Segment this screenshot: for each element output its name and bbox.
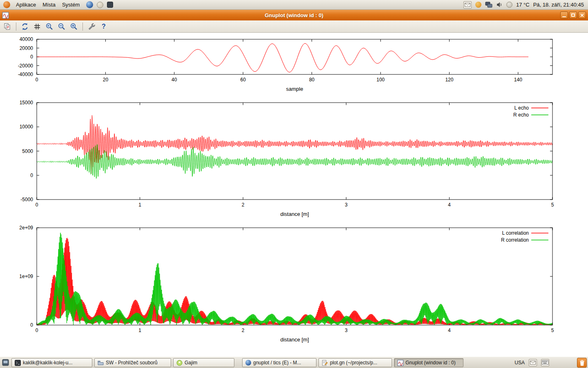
svg-text:1: 1	[138, 202, 141, 208]
window-controls	[560, 11, 586, 19]
svg-text:10000: 10000	[20, 124, 33, 130]
taskbar: kaklik@kaklik-kolej-u... SW - Prohlížeč …	[0, 357, 588, 368]
copy-icon	[3, 22, 11, 31]
svg-text:2: 2	[242, 328, 245, 333]
svg-text:0: 0	[30, 322, 33, 328]
copy-button[interactable]	[2, 22, 12, 31]
svg-text:-40000: -40000	[18, 72, 33, 77]
taskbar-tray: USA	[514, 357, 549, 368]
zoom-previous-icon	[45, 22, 53, 31]
taskbar-item-file-manager[interactable]: SW - Prohlížeč souborů	[94, 358, 171, 367]
waveform-plot[interactable]: 020406080100120140-40000-200000200004000…	[37, 39, 552, 74]
menu-applications[interactable]: Aplikace	[13, 0, 39, 9]
plot-area: 020406080100120140-40000-200000200004000…	[0, 33, 588, 357]
window-titlebar[interactable]: Gnuplot (window id : 0)	[0, 10, 588, 20]
svg-text:15000: 15000	[20, 100, 33, 105]
close-icon	[580, 13, 584, 18]
svg-text:-20000: -20000	[18, 63, 33, 69]
clock-label[interactable]: Pá, 18. září, 21:40:45	[533, 2, 584, 8]
svg-text:60: 60	[241, 77, 246, 83]
replot-button[interactable]	[20, 22, 30, 31]
ubuntu-menu-icon[interactable]	[3, 1, 10, 8]
window-list-icon[interactable]	[2, 359, 9, 366]
svg-text:5000: 5000	[22, 148, 33, 154]
menu-places[interactable]: Místa	[39, 0, 59, 9]
trash-applet[interactable]	[577, 358, 587, 368]
update-notifier-icon[interactable]	[475, 2, 481, 8]
volume-icon[interactable]	[496, 2, 503, 8]
svg-text:5: 5	[551, 328, 554, 333]
text-editor-icon	[322, 360, 328, 366]
weather-icon[interactable]	[506, 2, 512, 8]
taskbar-item-label: SW - Prohlížeč souborů	[106, 360, 158, 366]
temperature-label[interactable]: 17 °C	[516, 2, 530, 8]
task-button-list: kaklik@kaklik-kolej-u... SW - Prohlížeč …	[11, 358, 463, 367]
svg-text:4: 4	[448, 328, 451, 333]
taskbar-item-gajim[interactable]: Gajim	[173, 358, 234, 367]
taskbar-item-gnuplot[interactable]: Gnuplot (window id : 0)	[394, 358, 463, 367]
terminal-icon	[15, 360, 21, 366]
menu-system[interactable]: Systém	[59, 0, 83, 9]
svg-text:2: 2	[242, 202, 245, 208]
toolbar: ?	[0, 20, 588, 33]
help-icon: ?	[102, 23, 106, 30]
gnuplot-icon	[397, 360, 403, 366]
trash-icon	[579, 360, 585, 366]
keyboard-icon[interactable]	[541, 359, 549, 366]
correlation-plot[interactable]: 01234501e+092e+09L correlationR correlat…	[37, 228, 552, 325]
firefox-launcher-icon[interactable]	[86, 1, 93, 8]
grid-toggle-button[interactable]	[32, 22, 42, 31]
svg-text:distance [m]: distance [m]	[280, 337, 309, 343]
close-button[interactable]	[578, 11, 586, 19]
minimize-button[interactable]	[560, 11, 568, 19]
maximize-button[interactable]	[569, 11, 577, 19]
grid-icon	[33, 22, 41, 31]
svg-text:0: 0	[36, 328, 38, 333]
maximize-icon	[571, 13, 575, 17]
zoom-previous-button[interactable]	[45, 22, 54, 31]
keyboard-layout-indicator[interactable]: USA	[514, 360, 525, 366]
svg-text:distance [m]: distance [m]	[280, 211, 309, 217]
svg-text:5: 5	[551, 202, 554, 208]
taskbar-item-label: Gajim	[185, 360, 197, 366]
taskbar-item-terminal[interactable]: kaklik@kaklik-kolej-u...	[11, 358, 92, 367]
gajim-icon	[176, 360, 183, 366]
svg-text:L echo: L echo	[514, 105, 529, 111]
minimize-icon	[562, 16, 566, 17]
echo-plot[interactable]: 012345-5000050001000015000L echoR echodi…	[37, 103, 552, 200]
taskbar-item-firefox[interactable]: gnuplot / tics (E) - M...	[242, 358, 316, 367]
svg-text:-5000: -5000	[20, 197, 33, 202]
panel-tray: 17 °C Pá, 18. září, 21:40:45	[463, 1, 586, 9]
svg-text:140: 140	[514, 77, 522, 83]
mail-icon[interactable]	[529, 359, 537, 366]
zoom-out-icon	[58, 22, 66, 31]
gnuplot-window-icon	[2, 12, 9, 19]
svg-text:3: 3	[345, 328, 347, 333]
network-displays-icon[interactable]	[485, 2, 492, 8]
screenshot-launcher-icon[interactable]	[107, 1, 114, 8]
gnuplot-window: Gnuplot (window id : 0)	[0, 10, 588, 357]
taskbar-item-label: plot.gn (~/projects/p...	[330, 360, 377, 366]
toolbar-separator	[16, 22, 16, 31]
settings-button[interactable]	[87, 22, 96, 31]
svg-text:sample: sample	[286, 86, 303, 92]
window-title: Gnuplot (window id : 0)	[0, 12, 588, 18]
toolbar-separator	[82, 22, 83, 31]
zoom-in-button[interactable]	[69, 22, 79, 31]
svg-text:120: 120	[445, 77, 453, 83]
svg-text:R echo: R echo	[513, 112, 529, 118]
zoom-out-button[interactable]	[57, 22, 67, 31]
svg-text:1: 1	[138, 328, 141, 333]
settings-wrench-icon	[87, 22, 96, 31]
firefox-icon	[245, 360, 251, 366]
taskbar-item-label: Gnuplot (window id : 0)	[405, 360, 456, 366]
svg-text:1e+09: 1e+09	[19, 274, 33, 279]
replot-icon	[21, 22, 29, 31]
mail-notification-icon[interactable]	[463, 1, 472, 9]
svg-text:20000: 20000	[20, 45, 33, 51]
help-launcher-icon[interactable]	[96, 1, 103, 8]
taskbar-item-label: gnuplot / tics (E) - M...	[253, 360, 301, 366]
help-button[interactable]: ?	[99, 22, 109, 31]
taskbar-item-editor[interactable]: plot.gn (~/projects/p...	[318, 358, 392, 367]
svg-text:80: 80	[309, 77, 315, 83]
